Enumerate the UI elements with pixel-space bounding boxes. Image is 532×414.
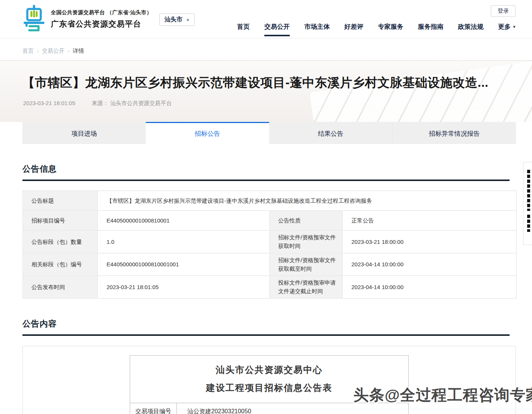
info-label-publish-time: 公告发布时间: [23, 276, 98, 298]
publish-time: 2023-03-21 18:01:05: [23, 100, 75, 107]
brand-text: 全国公共资源交易平台 （广东省·汕头市） 广东省公共资源交易平台: [51, 9, 152, 29]
nav-item-service-guide[interactable]: 服务指南: [418, 15, 443, 38]
breadcrumb-current: 详情: [73, 47, 84, 55]
breadcrumb-separator: ›: [37, 48, 39, 54]
info-value-doc-deadline: 2023-04-14 10:00:00: [342, 253, 516, 276]
info-value-package-count: 1.0: [98, 230, 270, 253]
section-divider: [22, 180, 510, 181]
source-label: 来源： 汕头市公共资源交易平台: [92, 100, 172, 107]
nav-item-reviews[interactable]: 好差评: [344, 15, 363, 38]
nav-item-more[interactable]: 更多 ∨: [498, 15, 516, 38]
info-label-package-count: 公告标段（包）数量: [23, 230, 98, 253]
nav-item-home[interactable]: 首页: [237, 15, 250, 38]
info-value-nature: 正常公告: [342, 211, 516, 230]
nav-item-expert-services[interactable]: 专家服务: [378, 15, 403, 38]
table-row: 公告发布时间 2023-03-21 18:01:05 投标文件/资格预审申请文件…: [23, 276, 516, 298]
national-platform-label: 全国公共资源交易平台 （广东省·汕头市）: [51, 9, 152, 16]
doc-label-trade-project-no: 交易项目编号: [130, 403, 177, 414]
breadcrumb-home[interactable]: 首页: [22, 47, 34, 55]
tab-project-entry[interactable]: 项目进场: [22, 122, 146, 144]
info-label-title: 公告标题: [23, 191, 98, 211]
section-title-announcement-info: 公告信息: [22, 163, 510, 175]
nav-item-trade-public[interactable]: 交易公开: [264, 15, 290, 38]
breadcrumb-section[interactable]: 交易公开: [42, 47, 64, 55]
table-row: 相关标段（包）编号 E4405000001000810001001 招标文件/资…: [23, 253, 516, 276]
nav-more-label: 更多: [498, 22, 511, 31]
tab-tender-announcement[interactable]: 招标公告: [146, 122, 269, 144]
info-value-publish-time: 2023-03-21 18:01:05: [98, 276, 270, 298]
chevron-down-icon: ∨: [513, 25, 516, 28]
city-selector-value: 汕头市: [164, 16, 182, 24]
detail-tabs: 项目进场 招标公告 结果公告 招标异常情况报告: [22, 122, 516, 144]
doc-title-line1: 汕头市公共资源交易中心: [130, 361, 408, 379]
tab-result-announcement[interactable]: 结果公告: [269, 122, 393, 144]
info-value-bid-deadline: 2023-04-14 10:00:00: [342, 276, 516, 298]
info-value-package-no: E4405000001000810001001: [98, 253, 270, 276]
toutiao-watermark: 头条@全过程工程咨询专家: [353, 385, 532, 405]
info-value-doc-obtain-time: 2023-03-21 18:00:00: [342, 230, 516, 253]
section-title-announcement-content: 公告内容: [22, 318, 510, 329]
info-value-title: 【市辖区】龙湖东片区乡村振兴示范带建设项目-蓬中东溪片乡村文脉基础设施改造工程全…: [98, 191, 516, 211]
breadcrumb: 首页 › 交易公开 › 详情: [0, 39, 532, 61]
info-value-project-no: E4405000001000810001: [98, 211, 270, 230]
side-float-widget[interactable]: [523, 162, 532, 245]
info-label-doc-deadline: 招标文件/资格预审文件获取截至时间: [270, 253, 342, 276]
site-header: 全国公共资源交易平台 （广东省·汕头市） 广东省公共资源交易平台 汕头市 ∨ 首…: [0, 0, 532, 39]
table-row: 公告标题 【市辖区】龙湖东片区乡村振兴示范带建设项目-蓬中东溪片乡村文脉基础设施…: [23, 191, 516, 211]
guangdong-platform-logo-icon: [22, 5, 46, 33]
breadcrumb-separator: ›: [68, 48, 69, 54]
info-label-bid-deadline: 投标文件/资格预审申请文件递交截止时间: [270, 276, 342, 298]
announcement-info-table: 公告标题 【市辖区】龙湖东片区乡村振兴示范带建设项目-蓬中东溪片乡村文脉基础设施…: [22, 190, 517, 299]
brand: 全国公共资源交易平台 （广东省·汕头市） 广东省公共资源交易平台: [22, 5, 152, 33]
side-float-vertical-text: [527, 170, 530, 211]
info-label-nature: 公告性质: [270, 211, 342, 230]
nav-item-market-entities[interactable]: 市场主体: [304, 15, 330, 38]
info-label-doc-obtain-time: 招标文件/资格预审文件获取时间: [270, 230, 342, 253]
tab-abnormal-report[interactable]: 招标异常情况报告: [392, 122, 516, 144]
nav-item-policies[interactable]: 政策法规: [458, 15, 483, 38]
login-button[interactable]: 登录: [491, 5, 516, 17]
side-float-vertical-text: [527, 215, 530, 232]
info-label-package-no: 相关标段（包）编号: [23, 253, 98, 276]
info-label-project-no: 招标项目编号: [23, 211, 98, 230]
article-banner: 【市辖区】龙湖东片区乡村振兴示范带建设项目-蓬中东溪片乡村文脉基础设施改造...…: [0, 61, 532, 122]
chevron-down-icon: ∨: [186, 18, 190, 22]
main-nav: 首页 交易公开 市场主体 好差评 专家服务 服务指南 政策法规 更多 ∨: [237, 15, 516, 38]
table-row: 招标项目编号 E4405000001000810001 公告性质 正常公告: [23, 211, 516, 230]
platform-title: 广东省公共资源交易平台: [51, 19, 152, 29]
section-divider: [22, 334, 510, 336]
page: 全国公共资源交易平台 （广东省·汕头市） 广东省公共资源交易平台 汕头市 ∨ 首…: [0, 0, 532, 414]
article-title: 【市辖区】龙湖东片区乡村振兴示范带建设项目-蓬中东溪片乡村文脉基础设施改造...: [0, 61, 532, 91]
table-row: 公告标段（包）数量 1.0 招标文件/资格预审文件获取时间 2023-03-21…: [23, 230, 516, 253]
city-selector-dropdown[interactable]: 汕头市 ∨: [159, 13, 195, 26]
article-meta: 2023-03-21 18:01:05 来源： 汕头市公共资源交易平台: [0, 100, 532, 107]
